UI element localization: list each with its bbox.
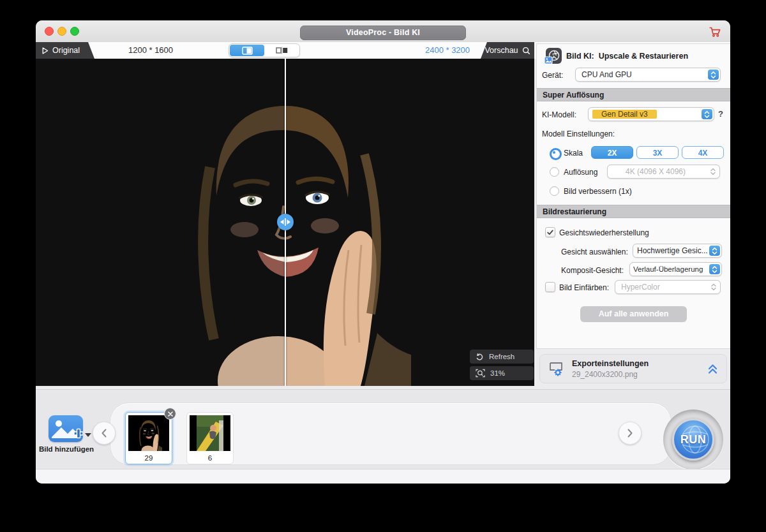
scroll-right-button[interactable] (619, 422, 642, 445)
model-help-button[interactable]: ? (716, 107, 726, 121)
thumbnail-image (128, 415, 169, 451)
export-settings-icon (548, 361, 566, 378)
face-select[interactable]: Hochwertige Gesic... (633, 244, 722, 258)
composite-label: Komposit-Gesicht: (561, 266, 624, 275)
preview-button-label: Vorschau (484, 46, 518, 55)
face-select-value: Hochwertige Gesic... (633, 246, 709, 255)
split-compare-view-button[interactable] (230, 45, 264, 56)
status-bar (36, 469, 730, 484)
enhance-label: Bild verbessern (1x) (564, 187, 632, 196)
compare-view-toggle (229, 43, 300, 57)
app-window: VideoProc - Bild KI Original 1200 * 1600 (36, 20, 730, 484)
source-size-label: 1200 * 1600 (106, 42, 195, 59)
run-button-label: RUN (680, 433, 707, 447)
stepper-disabled-icon (710, 168, 716, 175)
scale-2x-button[interactable]: 2X (591, 146, 633, 159)
scale-4x-button[interactable]: 4X (682, 146, 724, 159)
resolution-radio[interactable] (550, 167, 559, 177)
colorize-checkbox[interactable] (545, 282, 555, 292)
scroll-left-button[interactable] (93, 422, 116, 445)
model-settings-label: Modell Einstellungen: (542, 129, 615, 138)
refresh-button[interactable]: Refresh (470, 350, 534, 364)
section-restoration: Bildrestaurierung (537, 205, 730, 218)
scale-label: Skala (564, 149, 583, 158)
section-super-resolution: Super Auflösung (537, 88, 730, 101)
photo-original-half (160, 59, 285, 386)
chevron-right-icon (627, 429, 633, 438)
apply-to-all-button[interactable]: Auf alle anwenden (580, 306, 687, 322)
export-settings-card[interactable]: Exporteinstellungen 29_2400x3200.png (539, 354, 727, 383)
cart-icon[interactable] (707, 26, 723, 38)
device-label: Gerät: (542, 71, 563, 80)
close-window-button[interactable] (45, 27, 54, 36)
chevron-left-icon (101, 429, 107, 438)
composite-select[interactable]: Verlauf-Überlagerung (629, 262, 722, 276)
zoom-level-value: 31% (490, 369, 505, 377)
add-image-icon (49, 415, 83, 442)
thumbnail-label: 29 (126, 454, 172, 462)
model-value-highlight: Gen Detail v3 (592, 110, 657, 119)
scale-radio[interactable] (550, 148, 562, 160)
scale-3x-button[interactable]: 3X (636, 146, 679, 159)
run-button[interactable]: RUN (672, 418, 714, 461)
face-restore-label: Gesichtswiederherstellung (559, 228, 649, 237)
checkmark-icon (547, 230, 553, 235)
drag-arrows-icon (277, 214, 294, 230)
add-image-button[interactable] (49, 415, 83, 442)
compare-photo[interactable] (160, 59, 411, 386)
zoom-scan-icon (476, 369, 485, 378)
composite-select-value: Verlauf-Überlagerung (630, 265, 709, 273)
photo-enhanced-half (285, 59, 411, 386)
settings-panel-body: Bild KI: Upscale & Restaurieren Gerät: C… (536, 43, 730, 349)
thumbnail-item-29[interactable]: 29 (125, 412, 172, 464)
face-restore-checkbox[interactable] (545, 227, 555, 237)
panel-title: Bild KI: Upscale & Restaurieren (566, 52, 688, 61)
compare-divider-handle[interactable] (277, 214, 294, 230)
thumbnail-label: 6 (187, 454, 233, 462)
device-select[interactable]: CPU And GPU (575, 68, 721, 82)
magnifier-icon (522, 47, 530, 55)
model-select[interactable]: Gen Detail v3 (588, 107, 714, 121)
stepper-icon (708, 70, 719, 80)
export-settings-title: Exporteinstellungen (572, 359, 649, 368)
close-icon (168, 411, 173, 417)
tab-original-label: Original (52, 46, 80, 55)
side-by-side-icon (276, 47, 288, 54)
colorize-label: Bild Einfärben: (559, 283, 609, 292)
zoom-window-button[interactable] (70, 27, 79, 36)
minimize-window-button[interactable] (57, 27, 66, 36)
refresh-label: Refresh (489, 353, 514, 360)
thumbnail-image (190, 415, 230, 451)
preview-canvas[interactable]: Refresh 31% (36, 59, 534, 386)
filmstrip-tray: Bild hinzufügen 29 (36, 389, 730, 469)
stepper-icon (709, 264, 720, 274)
titlebar: VideoProc - Bild KI (36, 20, 730, 43)
remove-thumbnail-button[interactable] (164, 408, 176, 420)
screen: VideoProc - Bild KI Original 1200 * 1600 (0, 0, 766, 532)
side-by-side-view-button[interactable] (264, 45, 299, 56)
model-label: KI-Modell: (542, 110, 576, 119)
preview-toggle-button[interactable]: Vorschau (481, 42, 534, 59)
model-select-value: Gen Detail v3 (589, 110, 702, 119)
tab-original[interactable]: Original (36, 42, 101, 59)
output-size-label: 2400 * 3200 (403, 42, 492, 59)
face-select-label: Gesicht auswählen: (561, 248, 628, 256)
zoom-level-button[interactable]: 31% (470, 366, 534, 380)
refresh-icon (476, 353, 484, 361)
stepper-disabled-icon (711, 283, 716, 291)
resolution-select[interactable]: 4K (4096 X 4096) (607, 165, 720, 179)
resolution-select-value: 4K (4096 X 4096) (608, 167, 710, 176)
stepper-icon (709, 246, 720, 256)
add-image-label: Bild hinzufügen (37, 445, 96, 454)
enhance-radio[interactable] (550, 186, 559, 196)
split-view-icon (242, 47, 253, 55)
stepper-icon (702, 109, 712, 119)
play-icon (42, 47, 49, 54)
colorize-select[interactable]: HyperColor (615, 280, 721, 294)
export-filename: 29_2400x3200.png (572, 370, 638, 379)
collapse-double-chevron-icon[interactable] (708, 364, 717, 374)
add-image-caret-icon[interactable] (85, 433, 91, 437)
bild-ki-app-icon (544, 48, 562, 65)
thumbnail-item-6[interactable]: 6 (186, 412, 234, 464)
colorize-select-value: HyperColor (615, 283, 711, 292)
